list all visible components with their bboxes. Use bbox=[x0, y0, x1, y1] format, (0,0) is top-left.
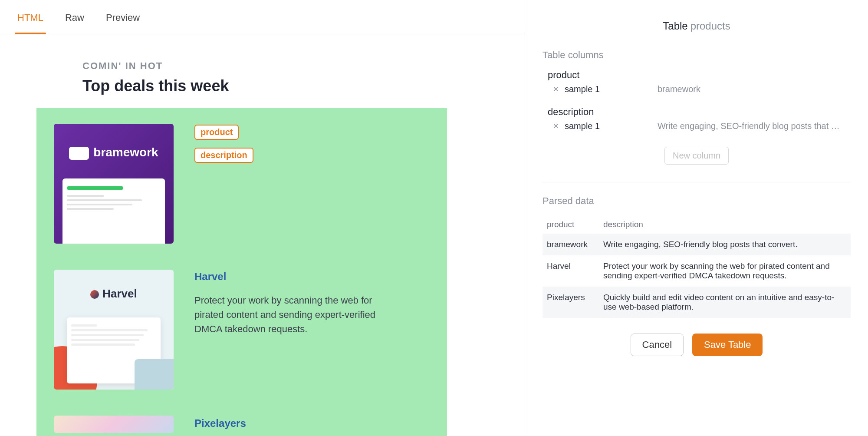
parsed-section-label: Parsed data bbox=[542, 195, 851, 207]
parsed-header: product bbox=[542, 215, 599, 234]
table-name[interactable]: products bbox=[690, 20, 730, 32]
card-row: Harvel Harvel Protect your work by scann… bbox=[54, 270, 430, 390]
column-block-description: description ✕ sample 1 Write engaging, S… bbox=[542, 106, 851, 131]
product-thumbnail-harvel: Harvel bbox=[54, 270, 174, 390]
card-row: Pixelayers bbox=[54, 416, 430, 436]
card-row: bramework product description bbox=[54, 124, 430, 244]
table-row: bramework Write engaging, SEO-friendly b… bbox=[542, 234, 851, 255]
footer-buttons: Cancel Save Table bbox=[542, 334, 851, 356]
sample-value[interactable]: Write engaging, SEO-friendly blog posts … bbox=[658, 121, 851, 131]
parsed-data-table: product description bramework Write enga… bbox=[542, 215, 851, 318]
table-config-panel: Tableproducts Table columns product ✕ sa… bbox=[525, 0, 868, 436]
product-thumbnail-pixelayers bbox=[54, 416, 174, 433]
table-row: Pixelayers Quickly build and edit video … bbox=[542, 287, 851, 318]
sample-value[interactable]: bramework bbox=[658, 84, 851, 94]
column-name[interactable]: product bbox=[542, 69, 851, 81]
product-title[interactable]: Pixelayers bbox=[194, 417, 430, 429]
remove-sample-icon[interactable]: ✕ bbox=[553, 122, 559, 130]
headline-text: Top deals this week bbox=[82, 77, 481, 95]
kicker-text: COMIN' IN HOT bbox=[82, 60, 481, 72]
new-column-button[interactable]: New column bbox=[664, 147, 729, 165]
parsed-cell-description: Protect your work by scanning the web fo… bbox=[599, 255, 851, 287]
parsed-cell-description: Quickly build and edit video content on … bbox=[599, 287, 851, 318]
parsed-cell-description: Write engaging, SEO-friendly blog posts … bbox=[599, 234, 851, 255]
product-description: Protect your work by scanning the web fo… bbox=[194, 293, 385, 336]
table-title: Tableproducts bbox=[542, 20, 851, 32]
deals-list: bramework product description bbox=[36, 108, 447, 436]
divider bbox=[542, 182, 851, 182]
remove-sample-icon[interactable]: ✕ bbox=[553, 85, 559, 93]
table-label-prefix: Table bbox=[663, 20, 687, 32]
column-name[interactable]: description bbox=[542, 106, 851, 118]
sample-row: ✕ sample 1 Write engaging, SEO-friendly … bbox=[542, 121, 851, 131]
parsed-cell-product: Pixelayers bbox=[542, 287, 599, 318]
parsed-header: description bbox=[599, 215, 851, 234]
tab-html[interactable]: HTML bbox=[17, 8, 43, 34]
save-table-button[interactable]: Save Table bbox=[692, 334, 763, 356]
sample-row: ✕ sample 1 bramework bbox=[542, 84, 851, 94]
product-title[interactable]: Harvel bbox=[194, 271, 430, 283]
selector-tag-product[interactable]: product bbox=[194, 125, 239, 140]
columns-section-label: Table columns bbox=[542, 50, 851, 61]
table-row: Harvel Protect your work by scanning the… bbox=[542, 255, 851, 287]
parsed-cell-product: Harvel bbox=[542, 255, 599, 287]
parsed-cell-product: bramework bbox=[542, 234, 599, 255]
view-tabs: HTML Raw Preview bbox=[0, 0, 525, 34]
cancel-button[interactable]: Cancel bbox=[631, 334, 684, 356]
tab-preview[interactable]: Preview bbox=[106, 8, 140, 34]
product-thumbnail-bramework: bramework bbox=[54, 124, 174, 244]
selector-tag-description[interactable]: description bbox=[194, 148, 253, 163]
html-content[interactable]: COMIN' IN HOT Top deals this week bramew… bbox=[0, 34, 525, 436]
sample-label: sample 1 bbox=[565, 84, 651, 94]
column-block-product: product ✕ sample 1 bramework bbox=[542, 69, 851, 94]
sample-label: sample 1 bbox=[565, 121, 651, 131]
tab-raw[interactable]: Raw bbox=[65, 8, 84, 34]
